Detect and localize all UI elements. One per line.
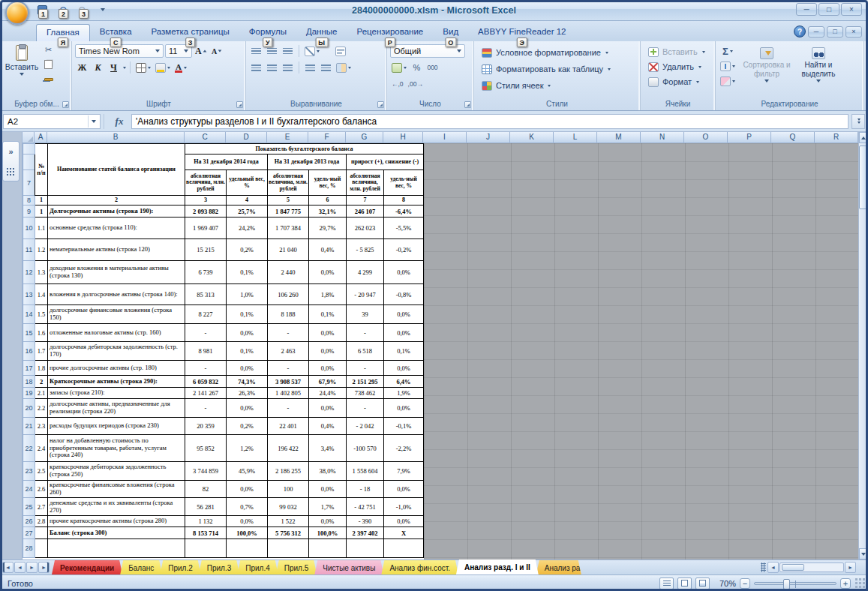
paste-button[interactable]: Вставить bbox=[5, 42, 39, 77]
cell-value[interactable]: 0,1% bbox=[227, 342, 268, 361]
row-header[interactable]: 18 bbox=[23, 376, 35, 388]
cell-styles-button[interactable]: Стили ячеек bbox=[477, 77, 637, 94]
cell-value[interactable]: 0,4% bbox=[309, 239, 347, 261]
horizontal-scroll-thumb[interactable] bbox=[782, 564, 804, 571]
view-page-layout-button[interactable] bbox=[677, 578, 692, 590]
cell-value[interactable]: 6 739 bbox=[185, 261, 227, 284]
cell-num[interactable]: 1.2 bbox=[35, 239, 48, 261]
cell-value[interactable]: 6,4% bbox=[384, 376, 424, 388]
ribbon-tab-3[interactable]: ФормулыУ bbox=[239, 24, 296, 41]
cell-value[interactable]: - 2 042 bbox=[347, 418, 384, 435]
next-sheet-button[interactable]: ► bbox=[26, 562, 38, 573]
maximize-button[interactable]: □ bbox=[818, 3, 839, 16]
cell-value[interactable]: 246 107 bbox=[347, 206, 384, 218]
cell-value[interactable]: - 390 bbox=[347, 516, 384, 527]
empty-cell[interactable] bbox=[347, 539, 384, 558]
colnumber-cell[interactable]: 8 bbox=[384, 196, 424, 206]
vertical-scrollbar[interactable] bbox=[858, 132, 868, 560]
row-header[interactable]: 22 bbox=[23, 435, 35, 462]
cell-name[interactable]: вложения в долгосрочные активы (строка 1… bbox=[48, 284, 185, 305]
cell-value[interactable]: 2 151 295 bbox=[347, 376, 384, 388]
cell-value[interactable]: -6,4% bbox=[384, 206, 424, 218]
align-top-button[interactable] bbox=[249, 44, 263, 58]
resize-grip[interactable] bbox=[854, 578, 865, 590]
row-header[interactable]: 21 bbox=[23, 418, 35, 435]
cell-value[interactable]: 100,0% bbox=[227, 527, 268, 539]
drag-dots-handle[interactable] bbox=[4, 164, 18, 178]
row-header[interactable]: 26 bbox=[23, 516, 35, 527]
cell-value[interactable]: 2 093 882 bbox=[185, 206, 227, 218]
cell-value[interactable]: 196 422 bbox=[268, 435, 309, 462]
workbook-minimize-button[interactable]: ─ bbox=[808, 26, 824, 38]
cell-name[interactable]: отложенные налоговые активы (стр. 160) bbox=[48, 324, 185, 342]
view-page-break-button[interactable] bbox=[695, 578, 710, 590]
cell-value[interactable]: - 5 825 bbox=[347, 239, 384, 261]
cell-value[interactable]: 26,3% bbox=[227, 388, 268, 399]
empty-cell[interactable] bbox=[227, 539, 268, 558]
cell-value[interactable]: - bbox=[347, 361, 384, 376]
workbook-close-button[interactable]: × bbox=[845, 26, 862, 38]
cell-name[interactable]: долгосрочная дебиторская задолженность (… bbox=[48, 342, 185, 361]
cell-value[interactable]: 0,0% bbox=[309, 361, 347, 376]
column-header-R[interactable]: R bbox=[815, 132, 858, 143]
cell-value[interactable]: - bbox=[347, 324, 384, 342]
row-header[interactable]: 23 bbox=[23, 462, 35, 481]
empty-cell[interactable] bbox=[35, 539, 48, 558]
cell-value[interactable]: 0,0% bbox=[384, 516, 424, 527]
row-header[interactable]: 12 bbox=[23, 261, 35, 284]
align-left-button[interactable] bbox=[249, 61, 263, 74]
cell-value[interactable]: 0,2% bbox=[227, 239, 268, 261]
row-header[interactable]: 15 bbox=[23, 324, 35, 342]
align-bottom-button[interactable] bbox=[281, 44, 295, 58]
view-normal-button[interactable] bbox=[659, 578, 674, 590]
sheet-tab-3[interactable]: Прил.3 bbox=[199, 560, 240, 574]
cell-value[interactable]: 85 313 bbox=[185, 284, 227, 305]
conditional-formatting-button[interactable]: Условное форматирование bbox=[477, 44, 637, 61]
row-header[interactable]: 28 bbox=[23, 539, 35, 558]
cell-value[interactable]: 38,0% bbox=[309, 462, 347, 481]
cell-value[interactable]: 0,0% bbox=[309, 481, 347, 498]
column-header-G[interactable]: G bbox=[346, 132, 383, 143]
close-button[interactable]: × bbox=[841, 3, 862, 16]
fill-button[interactable] bbox=[719, 59, 737, 73]
sheet-tab-6[interactable]: Чистые активы bbox=[314, 560, 383, 574]
cell-value[interactable]: 1,9% bbox=[384, 388, 424, 399]
align-right-button[interactable] bbox=[281, 61, 295, 74]
colnumber-cell[interactable]: 3 bbox=[185, 196, 227, 206]
cell-num[interactable]: 2.2 bbox=[35, 399, 48, 418]
cell-value[interactable]: 2 186 255 bbox=[268, 462, 309, 481]
row-header[interactable] bbox=[23, 144, 35, 154]
cell-value[interactable]: - bbox=[268, 324, 309, 342]
cell-value[interactable]: - bbox=[268, 399, 309, 418]
clear-button[interactable] bbox=[719, 74, 737, 88]
row-header[interactable]: 27 bbox=[23, 527, 35, 539]
cell-value[interactable]: 24,2% bbox=[227, 218, 268, 239]
column-header-M[interactable]: M bbox=[597, 132, 641, 143]
row-header[interactable]: 24 bbox=[23, 481, 35, 498]
group-header-cell[interactable]: На 31 декабря 2013 года bbox=[268, 154, 347, 170]
cell-value[interactable]: 0,0% bbox=[384, 305, 424, 324]
cell-name[interactable]: доходные вложения в материальные активы … bbox=[48, 261, 185, 284]
sheet-tab-2[interactable]: Прил.2 bbox=[160, 560, 201, 574]
sheet-tab-5[interactable]: Прил.5 bbox=[276, 560, 317, 574]
cell-value[interactable]: 100,0% bbox=[309, 527, 347, 539]
cell-value[interactable]: 0,1% bbox=[227, 261, 268, 284]
colnumber-cell[interactable]: 1 bbox=[35, 196, 48, 206]
cell-value[interactable]: 95 852 bbox=[185, 435, 227, 462]
cell-value[interactable]: 3,4% bbox=[309, 435, 347, 462]
sheet-grid[interactable]: № п/п Наименование статей баланса органи… bbox=[23, 143, 858, 560]
cell-value[interactable]: 21 040 bbox=[268, 239, 309, 261]
cell-num[interactable]: 1.4 bbox=[35, 284, 48, 305]
cell-value[interactable]: 8 981 bbox=[185, 342, 227, 361]
cell-value[interactable]: 738 462 bbox=[347, 388, 384, 399]
increase-decimal-button[interactable]: ←,0 bbox=[390, 77, 405, 91]
cell-value[interactable]: 20 359 bbox=[185, 418, 227, 435]
row-header[interactable]: 25 bbox=[23, 498, 35, 516]
cell-value[interactable]: 100 bbox=[268, 481, 309, 498]
cell-value[interactable]: 15 215 bbox=[185, 239, 227, 261]
cell-value[interactable]: 262 023 bbox=[347, 218, 384, 239]
insert-function-button[interactable]: fx bbox=[110, 116, 128, 128]
cell-name[interactable]: расходы будущих периодов (строка 230) bbox=[48, 418, 185, 435]
cell-name[interactable]: долгосрочные активы, предназначенные для… bbox=[48, 399, 185, 418]
colnumber-cell[interactable]: 2 bbox=[48, 196, 185, 206]
